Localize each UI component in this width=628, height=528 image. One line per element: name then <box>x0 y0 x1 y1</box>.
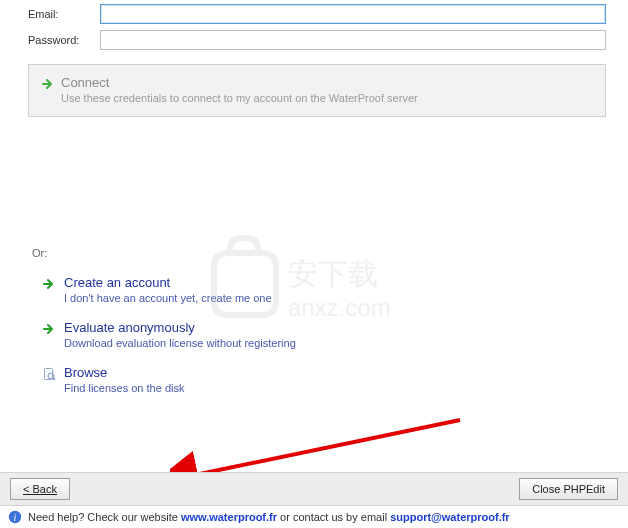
help-text-mid: or contact us by email <box>277 511 390 523</box>
document-search-icon <box>42 365 64 394</box>
connect-title: Connect <box>61 75 418 90</box>
browse-title: Browse <box>64 365 184 380</box>
svg-text:i: i <box>14 512 17 523</box>
back-button[interactable]: < Back <box>10 478 70 500</box>
create-account-title: Create an account <box>64 275 272 290</box>
browse-button[interactable]: Browse Find licenses on the disk <box>28 365 606 394</box>
password-label: Password: <box>28 34 100 46</box>
or-label: Or: <box>32 247 606 259</box>
create-account-button[interactable]: Create an account I don't have an accoun… <box>28 275 606 304</box>
connect-button[interactable]: Connect Use these credentials to connect… <box>28 64 606 117</box>
info-icon: i <box>8 510 22 524</box>
support-email-link[interactable]: support@waterproof.fr <box>390 511 510 523</box>
close-phpedit-button[interactable]: Close PHPEdit <box>519 478 618 500</box>
arrow-right-icon <box>42 275 64 304</box>
evaluate-anon-button[interactable]: Evaluate anonymously Download evaluation… <box>28 320 606 349</box>
help-bar: i Need help? Check our website www.water… <box>0 506 628 528</box>
evaluate-anon-title: Evaluate anonymously <box>64 320 296 335</box>
create-account-subtitle: I don't have an account yet, create me o… <box>64 292 272 304</box>
svg-line-2 <box>53 378 55 380</box>
email-field[interactable] <box>100 4 606 24</box>
arrow-right-icon <box>42 320 64 349</box>
evaluate-anon-subtitle: Download evaluation license without regi… <box>64 337 296 349</box>
website-link[interactable]: www.waterproof.fr <box>181 511 277 523</box>
help-text-prefix: Need help? Check our website <box>28 511 181 523</box>
browse-subtitle: Find licenses on the disk <box>64 382 184 394</box>
svg-line-5 <box>190 420 460 476</box>
email-label: Email: <box>28 8 100 20</box>
footer-bar: < Back Close PHPEdit <box>0 472 628 506</box>
connect-subtitle: Use these credentials to connect to my a… <box>61 92 418 104</box>
arrow-right-icon <box>41 75 59 104</box>
password-field[interactable] <box>100 30 606 50</box>
